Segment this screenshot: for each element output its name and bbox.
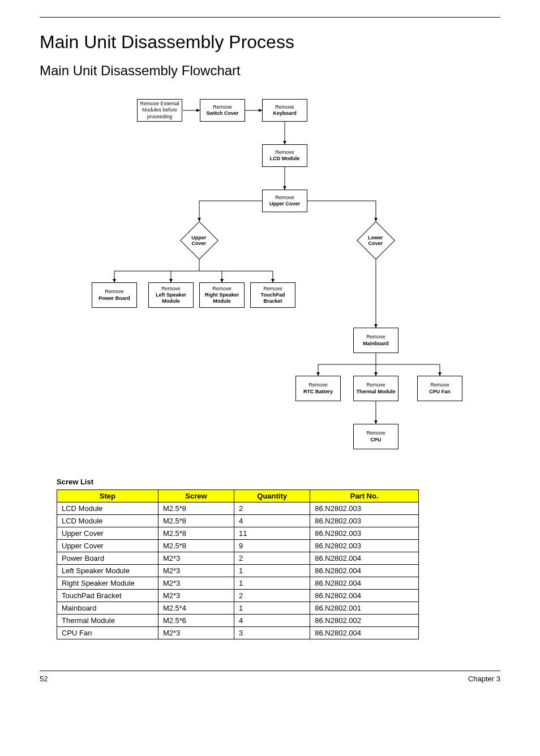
screw-list-title: Screw List bbox=[57, 478, 500, 486]
tp-l1: Remove bbox=[263, 286, 282, 292]
cell-part: 86.N2802.004 bbox=[310, 590, 419, 602]
cell-step: CPU Fan bbox=[57, 627, 158, 639]
page-subtitle: Main Unit Disassembly Flowchart bbox=[40, 63, 500, 79]
cell-step: LCD Module bbox=[57, 515, 158, 527]
ud-l1: Upper bbox=[191, 235, 206, 240]
table-row: Upper CoverM2.5*81186.N2802.003 bbox=[57, 527, 419, 540]
table-row: LCD ModuleM2.5*8486.N2802.003 bbox=[57, 515, 419, 527]
table-row: Right Speaker ModuleM2*3186.N2802.004 bbox=[57, 577, 419, 590]
cell-part: 86.N2802.003 bbox=[310, 515, 419, 527]
cell-qty: 11 bbox=[234, 527, 310, 540]
cell-screw: M2*3 bbox=[158, 627, 234, 639]
cell-screw: M2*3 bbox=[158, 577, 234, 590]
cell-part: 86.N2802.003 bbox=[310, 540, 419, 552]
ld-l1: Lower bbox=[368, 235, 383, 240]
cell-screw: M2*3 bbox=[158, 552, 234, 565]
mb-l1: Remove bbox=[366, 334, 385, 340]
tp-l2: TouchPad bbox=[261, 292, 285, 298]
cell-screw: M2.5*4 bbox=[158, 602, 234, 615]
switch-l2: Switch Cover bbox=[206, 110, 238, 117]
cell-part: 86.N2802.001 bbox=[310, 602, 419, 615]
page-number: 52 bbox=[40, 675, 48, 683]
cell-qty: 9 bbox=[234, 540, 310, 552]
cell-qty: 4 bbox=[234, 615, 310, 627]
th-screw: Screw bbox=[158, 490, 234, 502]
cell-step: Right Speaker Module bbox=[57, 577, 158, 590]
cell-screw: M2*3 bbox=[158, 590, 234, 602]
ls-l2: Left Speaker bbox=[156, 292, 186, 298]
lcd-l2: LCD Module bbox=[270, 156, 300, 162]
table-row: CPU FanM2*3386.N2802.004 bbox=[57, 627, 419, 639]
rtc-l1: Remove bbox=[308, 382, 328, 388]
pb-l1: Remove bbox=[105, 289, 124, 295]
cell-screw: M2.5*8 bbox=[158, 527, 234, 540]
cell-qty: 2 bbox=[234, 590, 310, 602]
ld-l2: Cover bbox=[368, 240, 383, 246]
cell-step: Power Board bbox=[57, 552, 158, 565]
pb-l2: Power Board bbox=[98, 295, 130, 302]
cell-part: 86.N2802.004 bbox=[310, 565, 419, 577]
cell-screw: M2*3 bbox=[158, 565, 234, 577]
th-qty: Quantity bbox=[234, 490, 310, 502]
table-row: Left Speaker ModuleM2*3186.N2802.004 bbox=[57, 565, 419, 577]
rs-l1: Remove bbox=[212, 286, 232, 292]
ls-l1: Remove bbox=[161, 286, 181, 292]
ud-l2: Cover bbox=[192, 240, 207, 246]
rs-l3: Module bbox=[213, 298, 231, 304]
fan-l1: Remove bbox=[430, 382, 449, 388]
th-step: Step bbox=[57, 490, 158, 502]
table-row: MainboardM2.5*4186.N2802.001 bbox=[57, 602, 419, 615]
fan-l2: CPU Fan bbox=[429, 389, 451, 395]
cell-step: Upper Cover bbox=[57, 540, 158, 552]
tm-l2: Thermal Module bbox=[356, 389, 395, 395]
cpu-l2: CPU bbox=[370, 437, 381, 443]
cell-part: 86.N2802.004 bbox=[310, 627, 419, 639]
kb-l1: Remove bbox=[275, 104, 294, 110]
cell-qty: 3 bbox=[234, 627, 310, 639]
cell-part: 86.N2802.003 bbox=[310, 527, 419, 540]
mb-l2: Mainboard bbox=[363, 341, 389, 347]
cell-part: 86.N2802.004 bbox=[310, 577, 419, 590]
cell-qty: 2 bbox=[234, 502, 310, 515]
table-row: Power BoardM2*3286.N2802.004 bbox=[57, 552, 419, 565]
table-row: TouchPad BracketM2*3286.N2802.004 bbox=[57, 590, 419, 602]
ls-l3: Module bbox=[162, 298, 180, 304]
table-row: Upper CoverM2.5*8986.N2802.003 bbox=[57, 540, 419, 552]
cell-qty: 2 bbox=[234, 552, 310, 565]
cell-screw: M2.5*8 bbox=[158, 515, 234, 527]
table-row: Thermal ModuleM2.5*6486.N2802.002 bbox=[57, 615, 419, 627]
cell-screw: M2.5*6 bbox=[158, 615, 234, 627]
cell-qty: 1 bbox=[234, 602, 310, 615]
chapter-label: Chapter 3 bbox=[468, 675, 500, 683]
flowchart: Remove External Modules before proceedin… bbox=[49, 90, 491, 466]
cell-screw: M2.5*8 bbox=[158, 502, 234, 515]
cell-qty: 1 bbox=[234, 577, 310, 590]
uc-l2: Upper Cover bbox=[269, 201, 300, 207]
cell-qty: 1 bbox=[234, 565, 310, 577]
uc-l1: Remove bbox=[275, 195, 294, 201]
tp-l3: Bracket bbox=[263, 298, 282, 304]
start-l1: Remove External bbox=[140, 101, 179, 107]
cell-step: TouchPad Bracket bbox=[57, 590, 158, 602]
cell-screw: M2.5*8 bbox=[158, 540, 234, 552]
th-part: Part No. bbox=[310, 490, 419, 502]
lcd-l1: Remove bbox=[275, 149, 294, 156]
cell-part: 86.N2802.004 bbox=[310, 552, 419, 565]
cell-step: Upper Cover bbox=[57, 527, 158, 540]
cell-step: LCD Module bbox=[57, 502, 158, 515]
kb-l2: Keyboard bbox=[273, 110, 297, 117]
cell-step: Left Speaker Module bbox=[57, 565, 158, 577]
cell-step: Thermal Module bbox=[57, 615, 158, 627]
cpu-l1: Remove bbox=[366, 430, 385, 436]
start-l3: proceeding bbox=[147, 114, 173, 120]
table-row: LCD ModuleM2.5*8286.N2802.003 bbox=[57, 502, 419, 515]
cell-step: Mainboard bbox=[57, 602, 158, 615]
start-l2: Modules before bbox=[142, 107, 177, 113]
screw-table: Step Screw Quantity Part No. LCD ModuleM… bbox=[57, 489, 419, 639]
switch-l1: Remove bbox=[213, 104, 232, 110]
cell-part: 86.N2802.002 bbox=[310, 615, 419, 627]
rtc-l2: RTC Battery bbox=[303, 389, 333, 395]
cell-part: 86.N2802.003 bbox=[310, 502, 419, 515]
page-title: Main Unit Disassembly Process bbox=[40, 32, 500, 53]
rs-l2: Right Speaker bbox=[205, 292, 239, 298]
